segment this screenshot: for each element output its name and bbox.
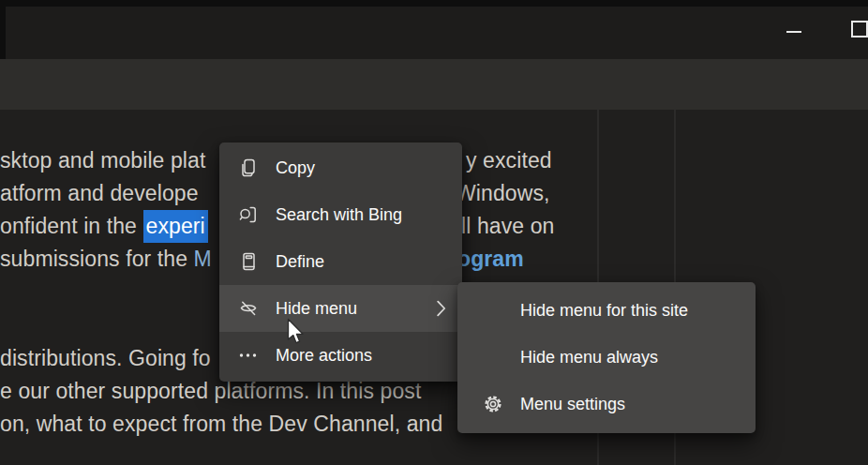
dictionary-icon xyxy=(237,250,260,273)
body-text-line: distributions. Going fo xyxy=(0,346,211,371)
menu-item-label: Copy xyxy=(276,158,315,178)
body-text-line: onfident in the experi xyxy=(0,214,208,239)
submenu-item-hide-always[interactable]: Hide menu always xyxy=(457,334,756,381)
title-bar xyxy=(0,0,868,59)
menu-item-label: Hide menu always xyxy=(520,348,658,368)
browser-toolbar: ew-builds-linux.html xyxy=(0,59,868,110)
menu-item-label: Define xyxy=(276,252,324,272)
menu-item-hide-menu[interactable]: Hide menu xyxy=(219,285,462,332)
body-text-line: e our other supported platforms. In this… xyxy=(0,379,421,404)
menu-item-copy[interactable]: Copy xyxy=(219,144,462,191)
body-text-line: submissions for the M xyxy=(0,247,212,272)
ellipsis-icon xyxy=(237,344,260,367)
body-text-line: on, what to expect from the Dev Channel,… xyxy=(0,412,442,437)
menu-item-label: Hide menu for this site xyxy=(520,301,688,321)
body-text-line: Windows, xyxy=(456,181,550,206)
minimize-icon[interactable] xyxy=(786,31,801,33)
empty-icon-slot xyxy=(482,299,506,322)
eye-off-icon xyxy=(237,297,260,320)
gear-icon xyxy=(482,393,506,415)
menu-item-label: Hide menu xyxy=(276,299,357,319)
mouse-cursor xyxy=(287,318,307,350)
selected-text[interactable]: experi xyxy=(143,210,208,243)
menu-item-define[interactable]: Define xyxy=(219,238,462,285)
body-text: submissions for the xyxy=(0,247,194,271)
body-text: onfident in the xyxy=(0,214,143,238)
hide-menu-submenu: Hide menu for this site Hide menu always… xyxy=(457,282,756,433)
link-text[interactable]: ogram xyxy=(457,247,524,272)
menu-item-search-with-bing[interactable]: Search with Bing xyxy=(219,191,462,238)
menu-item-label: Search with Bing xyxy=(276,205,402,225)
minimize-button[interactable] xyxy=(774,7,816,66)
body-text-line: atform and develope xyxy=(0,181,199,206)
search-sidebar-icon xyxy=(237,203,260,226)
body-text-line: y excited xyxy=(466,148,552,173)
maximize-icon[interactable] xyxy=(851,21,868,38)
menu-item-more-actions[interactable]: More actions xyxy=(219,332,462,379)
chevron-right-icon xyxy=(437,300,446,317)
menu-item-label: Menu settings xyxy=(520,395,625,414)
submenu-item-menu-settings[interactable]: Menu settings xyxy=(457,381,756,428)
empty-icon-slot xyxy=(482,346,506,368)
body-text-line: ll have on xyxy=(461,214,554,239)
body-text-line: sktop and mobile plat xyxy=(0,148,205,173)
mini-context-menu: Copy Search with Bing Define xyxy=(219,142,462,382)
submenu-item-hide-for-site[interactable]: Hide menu for this site xyxy=(457,287,756,334)
link-text[interactable]: M xyxy=(194,247,212,271)
copy-icon xyxy=(237,157,260,179)
